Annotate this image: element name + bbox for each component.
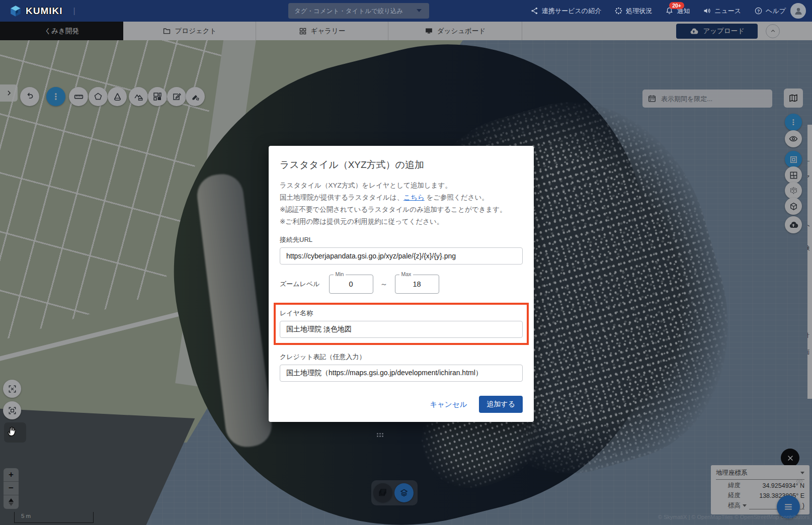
annotation-highlight-box: レイヤ名称 [274, 303, 529, 345]
dialog-description: ラスタタイル（XYZ方式）をレイヤとして追加します。 国土地理院が提供するラスタ… [280, 180, 523, 228]
svg-text:?: ? [757, 9, 760, 14]
desc-line: ラスタタイル（XYZ方式）をレイヤとして追加します。 [280, 180, 523, 192]
url-label: 接続先URL [280, 235, 523, 244]
max-zoom-field: Max [395, 275, 439, 294]
hand-cursor [5, 424, 20, 439]
menu-item-notifications[interactable]: 通知 20+ [665, 7, 690, 16]
spinner-gear-icon [614, 7, 623, 15]
desc-text: をご参照ください。 [425, 194, 489, 201]
brand-name: KUMIKI [26, 6, 63, 17]
user-avatar[interactable] [790, 3, 806, 19]
zoom-level-row: ズームレベル Min ～ Max [280, 275, 523, 294]
credit-label: クレジット表記（任意入力） [280, 353, 523, 362]
share-icon [530, 7, 539, 15]
navbar-menu: 連携サービスの紹介 処理状況 通知 20+ ニュース ? ヘルプ [530, 0, 786, 22]
desc-line: 国土地理院が提供するラスタタイルは、こちら をご参照ください。 [280, 192, 523, 204]
min-label: Min [334, 271, 346, 277]
menu-item-help[interactable]: ? ヘルプ [754, 7, 786, 16]
add-button[interactable]: 追加する [479, 396, 523, 413]
top-navbar: KUMIKI | 連携サービスの紹介 処理状況 通知 20+ ニュース ? ヘル… [0, 0, 812, 22]
min-zoom-input[interactable] [330, 275, 373, 293]
help-icon: ? [754, 7, 763, 15]
here-link[interactable]: こちら [403, 194, 424, 201]
menu-item-services[interactable]: 連携サービスの紹介 [530, 7, 601, 16]
desc-line: ※認証不要で公開されているラスタタイルのみ追加することができます。 [280, 204, 523, 216]
speaker-icon [703, 7, 711, 15]
desc-line: ※ご利用の際は提供元の利用規約に従ってください。 [280, 216, 523, 228]
credit-input[interactable] [280, 365, 523, 382]
cancel-button[interactable]: キャンセル [430, 400, 467, 409]
menu-label: ヘルプ [766, 7, 786, 16]
layer-name-label: レイヤ名称 [280, 309, 523, 318]
max-zoom-input[interactable] [395, 275, 439, 293]
menu-label: 処理状況 [626, 7, 652, 16]
url-input[interactable] [280, 247, 523, 265]
desc-text: 国土地理院が提供するラスタタイルは、 [280, 194, 403, 201]
zoom-level-label: ズームレベル [280, 280, 320, 289]
divider: | [73, 7, 75, 16]
menu-label: ニュース [714, 7, 741, 16]
max-label: Max [399, 271, 414, 277]
range-separator: ～ [380, 280, 388, 289]
dialog-actions: キャンセル 追加する [280, 396, 523, 413]
dialog-title: ラスタタイル（XYZ方式）の追加 [280, 158, 523, 171]
add-raster-tile-dialog: ラスタタイル（XYZ方式）の追加 ラスタタイル（XYZ方式）をレイヤとして追加し… [269, 146, 534, 422]
layer-name-input[interactable] [280, 321, 523, 338]
kumiki-cube-icon [9, 5, 22, 18]
chevron-down-icon[interactable] [417, 9, 422, 12]
notification-badge: 20+ [669, 2, 684, 9]
menu-label: 連携サービスの紹介 [542, 7, 601, 16]
min-zoom-field: Min [329, 275, 373, 294]
menu-item-processing[interactable]: 処理状況 [614, 7, 652, 16]
menu-item-news[interactable]: ニュース [703, 7, 741, 16]
person-icon [793, 6, 803, 16]
search-input[interactable] [288, 3, 429, 19]
brand-logo[interactable]: KUMIKI | [0, 5, 75, 18]
